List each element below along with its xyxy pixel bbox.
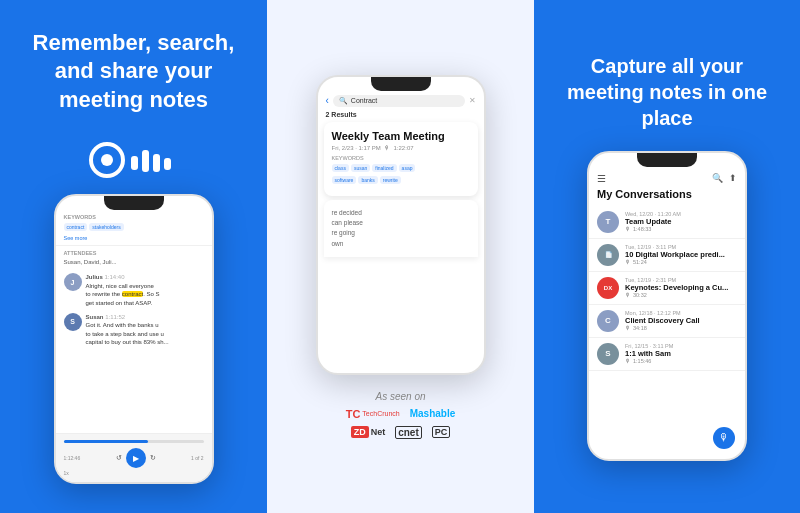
convo-name-2: Keynotes: Developing a Cu...	[625, 283, 737, 292]
header-action-icons: 🔍 ⬆	[712, 173, 737, 183]
meeting-chips-2: software banks rewrite	[332, 176, 470, 184]
attendees-list: Susan, David, Juli...	[64, 259, 204, 265]
convo-name-0: Team Update	[625, 217, 737, 226]
meeting-chips: class susan finalized asap	[332, 164, 470, 172]
chip-stakeholders: stakeholders	[89, 223, 123, 231]
convo-duration-2: 🎙 30:32	[625, 292, 737, 298]
convo-info-0: Wed, 12/20 · 11:20 AM Team Update 🎙 1:48…	[625, 211, 737, 232]
speed-control[interactable]: 1x	[64, 470, 204, 476]
meeting-date: Fri, 2/23 · 1:17 PM	[332, 145, 381, 151]
convo-item-3[interactable]: C Mon, 12/18 · 12:12 PM Client Discovery…	[589, 305, 745, 338]
convo-avatar-1: 📄	[597, 244, 619, 266]
clear-button[interactable]: ✕	[469, 96, 476, 105]
convo-item-4[interactable]: S Fri, 12/15 · 3:11 PM 1:1 with Sam 🎙 1:…	[589, 338, 745, 371]
progress-fill	[64, 440, 148, 443]
attendees-label: ATTENDEES	[64, 250, 204, 256]
search-text: Contract	[351, 97, 377, 104]
convo-info-4: Fri, 12/15 · 3:11 PM 1:1 with Sam 🎙 1:15…	[625, 343, 737, 364]
keyword-chips: contract stakeholders	[64, 223, 204, 231]
brand-mashable: Mashable	[410, 408, 456, 419]
search-header-icon[interactable]: 🔍	[712, 173, 723, 183]
keywords-label: KEYWORDS	[64, 214, 204, 220]
convo-name-1: 10 Digital Workplace predi...	[625, 250, 737, 259]
svg-point-1	[101, 154, 113, 166]
svg-rect-2	[131, 156, 138, 170]
back-button[interactable]: ‹	[326, 95, 329, 106]
phone-notch-right	[637, 153, 697, 167]
convo-item-2[interactable]: DX Tue, 12/19 · 2:31 PM Keynotes: Develo…	[589, 272, 745, 305]
convo-avatar-4: S	[597, 343, 619, 365]
page-indicator: 1 of 2	[191, 455, 204, 461]
chat-message-susan: S Susan 1:11:52 Got it. And with the ban…	[64, 313, 204, 347]
search-header: ‹ 🔍 Contract ✕	[318, 95, 484, 111]
convo-info-2: Tue, 12/19 · 2:31 PM Keynotes: Developin…	[625, 277, 737, 298]
phone-notch	[104, 196, 164, 210]
current-time: 1:12:46	[64, 455, 81, 461]
right-tagline: Capture all your meeting notes in one pl…	[554, 53, 780, 131]
rewind-icon[interactable]: ↺	[116, 454, 122, 462]
control-buttons: ↺ ▶ ↻	[116, 448, 156, 468]
chip-contract: contract	[64, 223, 88, 231]
convo-info-1: Tue, 12/19 · 3:11 PM 10 Digital Workplac…	[625, 244, 737, 265]
playback-controls: 1:12:46 ↺ ▶ ↻ 1 of 2	[64, 448, 204, 468]
chip-asap: asap	[399, 164, 416, 172]
right-panel: Capture all your meeting notes in one pl…	[534, 0, 800, 513]
keywords-label-card: KEYWORDS	[332, 155, 470, 161]
app-logo	[89, 142, 179, 178]
left-panel: Remember, search, and share your meeting…	[0, 0, 267, 513]
svg-rect-5	[164, 158, 171, 170]
menu-icon[interactable]: ☰	[597, 173, 606, 184]
meeting-card-2[interactable]: re decided can please re going own	[324, 200, 478, 258]
avatar-susan: S	[64, 313, 82, 331]
chat-messages: J Julius 1:14:40 Alright, nice call ever…	[56, 269, 212, 356]
chat-message-julius: J Julius 1:14:40 Alright, nice call ever…	[64, 273, 204, 307]
brand-row-1: TC TechCrunch Mashable	[346, 408, 456, 420]
chip-finalized: finalized	[372, 164, 396, 172]
brand-pc: PC	[432, 426, 451, 438]
mic-icon-3: 🎙	[625, 325, 631, 331]
search-icon: 🔍	[339, 97, 348, 105]
chip-rewrite: rewrite	[380, 176, 401, 184]
convo-name-4: 1:1 with Sam	[625, 349, 737, 358]
meeting-card[interactable]: Weekly Team Meeting Fri, 2/23 · 1:17 PM …	[324, 122, 478, 196]
play-button[interactable]: ▶	[126, 448, 146, 468]
mic-icon-0: 🎙	[625, 226, 631, 232]
phone-mockup-middle: ‹ 🔍 Contract ✕ 2 Results Weekly Team Mee…	[316, 75, 486, 375]
convo-duration-3: 🎙 34:18	[625, 325, 737, 331]
convo-item-1[interactable]: 📄 Tue, 12/19 · 3:11 PM 10 Digital Workpl…	[589, 239, 745, 272]
brand-zdnet: ZD Net	[351, 426, 386, 438]
svg-rect-4	[153, 154, 160, 172]
bubble-julius: Julius 1:14:40 Alright, nice call everyo…	[86, 273, 160, 307]
results-count: 2 Results	[318, 111, 484, 122]
meeting-meta: Fri, 2/23 · 1:17 PM 🎙 1:22:07	[332, 145, 470, 151]
convo-avatar-0: T	[597, 211, 619, 233]
convo-name-3: Client Discovery Call	[625, 316, 737, 325]
phone-notch-middle	[371, 77, 431, 91]
forward-icon[interactable]: ↻	[150, 454, 156, 462]
progress-bar	[64, 440, 204, 443]
meeting-duration: 1:22:07	[394, 145, 414, 151]
convo-duration-4: 🎙 1:15:46	[625, 358, 737, 364]
brand-logos-section: As seen on TC TechCrunch Mashable ZD Net…	[346, 391, 456, 439]
search-bar[interactable]: 🔍 Contract	[333, 95, 465, 107]
chip-susan: susan	[351, 164, 370, 172]
avatar-julius: J	[64, 273, 82, 291]
brand-techcrunch: TC TechCrunch	[346, 408, 400, 420]
convo-avatar-3: C	[597, 310, 619, 332]
as-seen-on-text: As seen on	[375, 391, 425, 402]
phone-mockup-left: KEYWORDS contract stakeholders See more …	[54, 194, 214, 484]
see-more-link[interactable]: See more	[64, 235, 204, 241]
left-tagline: Remember, search, and share your meeting…	[20, 29, 247, 115]
bubble-susan: Susan 1:11:52 Got it. And with the banks…	[86, 313, 169, 347]
phone-mockup-right: ☰ 🔍 ⬆ My Conversations T Wed, 12/20 · 11…	[587, 151, 747, 461]
convo-item-0[interactable]: T Wed, 12/20 · 11:20 AM Team Update 🎙 1:…	[589, 206, 745, 239]
conversations-title: My Conversations	[589, 188, 745, 206]
chip-class: class	[332, 164, 349, 172]
svg-rect-3	[142, 150, 149, 172]
brand-cnet: cnet	[395, 426, 422, 439]
brand-row-2: ZD Net cnet PC	[351, 426, 451, 439]
share-header-icon[interactable]: ⬆	[729, 173, 737, 183]
chip-banks: banks	[358, 176, 377, 184]
keywords-section: KEYWORDS contract stakeholders See more	[56, 210, 212, 245]
record-fab-button[interactable]: 🎙	[713, 427, 735, 449]
